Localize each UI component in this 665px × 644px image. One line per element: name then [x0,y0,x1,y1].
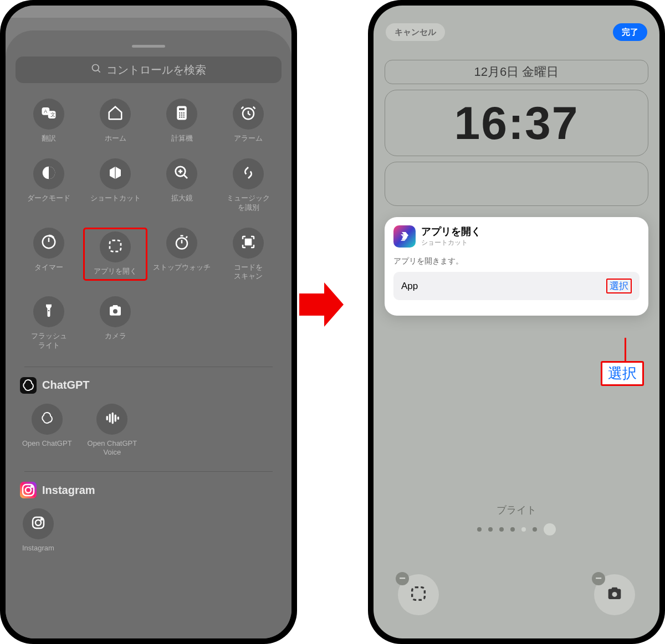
shortcut-icon [107,164,124,183]
control-camera[interactable]: カメラ [83,296,147,350]
lockscreen-time-slot[interactable]: 16:37 [385,90,648,156]
popup-subtitle: ショートカット [421,238,481,248]
app-row-select-button[interactable]: 選択 [606,279,632,293]
stopwatch-icon [173,234,190,253]
svg-point-39 [31,486,33,488]
search-icon [91,63,102,77]
instagram-app-icon [20,482,37,498]
svg-point-0 [93,64,99,71]
control-flashlight[interactable]: フラッシュ ライト [17,296,81,350]
cancel-button[interactable]: キャンセル [386,23,445,41]
page-dots[interactable] [374,523,659,535]
svg-point-41 [35,520,41,525]
svg-point-38 [25,487,31,493]
svg-rect-26 [245,239,248,241]
svg-point-42 [41,519,43,521]
svg-line-20 [184,175,187,178]
svg-point-15 [181,116,183,118]
highlight-connector [625,338,626,361]
svg-rect-27 [249,239,251,241]
phone-left: コントロールを検索 A文 翻訳 ホ [0,0,297,644]
svg-text:A: A [44,109,47,114]
svg-point-12 [181,115,183,116]
svg-rect-28 [245,243,248,245]
darkmode-icon [40,164,57,183]
svg-text:文: 文 [50,112,55,117]
control-open-chatgpt-voice[interactable]: Open ChatGPT Voice [88,404,137,457]
svg-point-45 [612,592,617,597]
open-app-popup: アプリを開く ショートカット アプリを開きます。 App 選択 [385,217,648,316]
svg-point-9 [181,112,183,114]
svg-rect-7 [179,108,185,110]
chatgpt-app-icon [20,377,37,394]
control-stopwatch[interactable]: ストップウォッチ [150,228,214,281]
lockscreen-type-label: ブライト [374,503,659,535]
home-icon [107,105,124,123]
control-alarm[interactable]: アラーム [216,99,280,143]
shortcuts-app-icon [393,225,416,248]
search-controls-input[interactable]: コントロールを検索 [16,56,282,83]
svg-point-10 [183,112,185,114]
popup-title: アプリを開く [421,225,481,238]
search-placeholder: コントロールを検索 [106,63,206,78]
control-music-recognition[interactable]: ミュージック を識別 [216,158,280,212]
open-app-icon [409,584,428,605]
svg-rect-29 [249,243,251,245]
svg-line-1 [98,70,100,72]
translate-icon: A文 [40,105,57,123]
lockscreen-edit-screen: キャンセル 完了 12月6日 金曜日 16:37 ア [374,6,659,638]
arrow-icon [299,277,344,332]
timer-icon [40,234,57,253]
shazam-icon [240,164,257,183]
lockscreen-date-slot[interactable]: 12月6日 金曜日 [385,60,648,84]
popup-description: アプリを開きます。 [393,256,640,266]
control-open-chatgpt[interactable]: Open ChatGPT [22,404,72,457]
svg-point-30 [48,310,50,312]
sheet-grabber[interactable] [132,45,165,48]
remove-left-button[interactable]: − [396,572,409,585]
calculator-icon [173,105,190,123]
lockscreen-widget-slot[interactable] [385,162,648,206]
flashlight-icon [40,302,57,321]
control-instagram[interactable]: Instagram [22,508,54,553]
control-gallery-screen: コントロールを検索 A文 翻訳 ホ [6,6,291,638]
section-chatgpt-title: ChatGPT [42,379,90,391]
control-calculator[interactable]: 計算機 [150,99,214,143]
voice-icon [104,410,120,429]
svg-point-31 [113,310,117,314]
control-translate[interactable]: A文 翻訳 [17,99,81,143]
svg-point-11 [179,115,181,116]
control-shortcut[interactable]: ショートカット [83,158,147,212]
alarm-icon [240,105,257,123]
open-app-icon [107,238,124,256]
camera-icon [605,584,624,605]
lockscreen-right-quick-button[interactable]: − [594,574,635,615]
zoom-select-label: 選択 [601,361,644,386]
lockscreen-left-quick-button[interactable]: − [398,574,439,615]
svg-rect-44 [412,588,425,600]
svg-point-8 [179,112,181,114]
chatgpt-icon [39,410,55,429]
phone-right: キャンセル 完了 12月6日 金曜日 16:37 ア [368,0,665,644]
section-instagram-title: Instagram [42,484,95,497]
app-row[interactable]: App 選択 [393,272,640,300]
done-button[interactable]: 完了 [613,23,647,41]
control-home[interactable]: ホーム [83,99,147,143]
camera-icon [107,302,124,321]
control-magnifier[interactable]: 拡大鏡 [150,158,214,212]
svg-point-14 [179,116,181,118]
control-open-app[interactable]: アプリを開く [83,228,147,281]
svg-marker-43 [299,282,344,327]
control-timer[interactable]: タイマー [17,228,81,281]
app-row-label: App [401,281,418,292]
svg-point-16 [183,116,185,118]
svg-rect-24 [110,240,121,251]
instagram-icon [30,514,47,533]
control-scan-code[interactable]: コードを スキャン [216,228,280,281]
magnifier-icon [173,164,190,183]
remove-right-button[interactable]: − [592,572,605,585]
qr-icon [240,234,257,253]
svg-point-13 [183,115,185,116]
control-darkmode[interactable]: ダークモード [17,158,81,212]
